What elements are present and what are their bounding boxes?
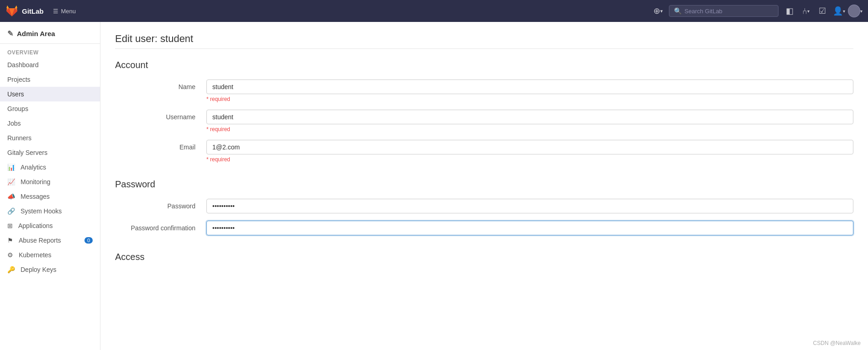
sidebar-item-label: Runners xyxy=(7,134,32,142)
password-field-row: Password xyxy=(115,199,853,213)
merge-request-icon-btn[interactable]: ⑃ ▾ xyxy=(799,4,813,18)
sidebar-item-system-hooks[interactable]: 🔗 System Hooks xyxy=(0,204,100,218)
sidebar-item-runners[interactable]: Runners xyxy=(0,131,100,145)
password-section: Password Password Password confirmation xyxy=(115,179,853,235)
search-input[interactable] xyxy=(684,8,773,15)
password-confirmation-input[interactable] xyxy=(206,221,853,235)
sidebar-item-label: System Hooks xyxy=(21,207,62,215)
name-hint: * required xyxy=(206,96,853,102)
applications-icon: ⊞ xyxy=(7,222,13,229)
avatar-btn[interactable]: ▾ xyxy=(848,4,863,18)
password-heading: Password xyxy=(115,179,853,190)
gitlab-logo-icon xyxy=(5,5,18,17)
main-layout: ✎ Admin Area Overview Dashboard Projects… xyxy=(0,22,868,350)
password-label: Password xyxy=(115,199,206,210)
brand-name: GitLab xyxy=(22,7,44,15)
sidebar-item-dashboard[interactable]: Dashboard xyxy=(0,58,100,72)
sidebar-item-groups[interactable]: Groups xyxy=(0,101,100,116)
password-input[interactable] xyxy=(206,199,853,213)
username-input[interactable] xyxy=(206,110,853,124)
password-confirmation-label: Password confirmation xyxy=(115,221,206,232)
sidebar-item-label: Messages xyxy=(21,193,50,200)
username-label: Username xyxy=(115,110,206,121)
top-navbar: GitLab ☰ Menu ⊕ ▾ 🔍 ◧ ⑃ ▾ ☑ 👤 ▾ ▾ xyxy=(0,0,868,22)
sidebar-item-label: Deploy Keys xyxy=(21,266,57,273)
sidebar-header: ✎ Admin Area xyxy=(0,22,100,44)
messages-icon: 📣 xyxy=(7,193,15,200)
sidebar-item-abuse-reports[interactable]: ⚑ Abuse Reports 0 xyxy=(0,233,100,248)
email-field-row: Email * required xyxy=(115,140,853,163)
account-section: Account Name * required Username * requi… xyxy=(115,60,853,163)
sidebar-section-overview: Overview xyxy=(0,44,100,58)
access-heading: Access xyxy=(115,252,853,262)
page-title: Edit user: student xyxy=(115,33,853,45)
sidebar-item-label: Analytics xyxy=(21,164,46,171)
name-input[interactable] xyxy=(206,80,853,94)
sidebar-item-label: Groups xyxy=(7,105,28,112)
sidebar-item-applications[interactable]: ⊞ Applications xyxy=(0,218,100,233)
account-heading: Account xyxy=(115,60,853,70)
system-hooks-icon: 🔗 xyxy=(7,207,15,215)
sidebar-item-label: Jobs xyxy=(7,120,21,127)
abuse-reports-icon: ⚑ xyxy=(7,237,13,244)
password-control-wrap xyxy=(206,199,853,213)
watermark: CSDN @NeaWalke xyxy=(813,340,861,346)
sidebar-item-users[interactable]: Users xyxy=(0,87,100,101)
sidebar-item-label: Applications xyxy=(18,222,53,229)
analytics-icon: 📊 xyxy=(7,164,15,171)
sidebar-item-messages[interactable]: 📣 Messages xyxy=(0,189,100,204)
sidebar-item-jobs[interactable]: Jobs xyxy=(0,116,100,131)
email-hint: * required xyxy=(206,156,853,163)
sidebar-item-label: Dashboard xyxy=(7,61,39,69)
sidebar-item-deploy-keys[interactable]: 🔑 Deploy Keys xyxy=(0,262,100,277)
sidebar: ✎ Admin Area Overview Dashboard Projects… xyxy=(0,22,100,350)
sidebar-header-title: Admin Area xyxy=(17,30,55,37)
sidebar-item-label: Kubernetes xyxy=(19,251,52,259)
title-divider xyxy=(115,48,853,49)
email-label: Email xyxy=(115,140,206,151)
profile-icon-btn[interactable]: ◧ xyxy=(782,4,797,18)
email-input[interactable] xyxy=(206,140,853,154)
deploy-keys-icon: 🔑 xyxy=(7,266,15,273)
search-bar[interactable]: 🔍 xyxy=(669,5,779,17)
main-content: Edit user: student Account Name * requir… xyxy=(100,22,868,350)
sidebar-item-monitoring[interactable]: 📈 Monitoring xyxy=(0,175,100,189)
abuse-reports-badge: 0 xyxy=(84,237,93,244)
hamburger-icon: ☰ xyxy=(53,8,58,15)
password-confirmation-field-row: Password confirmation xyxy=(115,221,853,235)
sidebar-item-gitaly-servers[interactable]: Gitaly Servers xyxy=(0,145,100,160)
password-confirmation-control-wrap xyxy=(206,221,853,235)
username-hint: * required xyxy=(206,126,853,133)
kubernetes-icon: ⚙ xyxy=(7,251,13,259)
search-icon: 🔍 xyxy=(674,7,682,15)
sidebar-item-label: Users xyxy=(7,90,24,98)
sidebar-item-label: Abuse Reports xyxy=(19,237,61,244)
menu-button[interactable]: ☰ Menu xyxy=(49,6,80,16)
sidebar-item-label: Monitoring xyxy=(21,178,50,186)
avatar xyxy=(848,5,860,17)
sidebar-item-label: Gitaly Servers xyxy=(7,149,47,156)
admin-area-icon: ✎ xyxy=(7,29,13,38)
username-field-row: Username * required xyxy=(115,110,853,133)
sidebar-item-analytics[interactable]: 📊 Analytics xyxy=(0,160,100,175)
sidebar-item-label: Projects xyxy=(7,76,31,83)
plus-dropdown-button[interactable]: ⊕ ▾ xyxy=(651,4,665,18)
navbar-actions: ◧ ⑃ ▾ ☑ 👤 ▾ ▾ xyxy=(782,4,863,18)
username-control-wrap: * required xyxy=(206,110,853,133)
access-section: Access xyxy=(115,252,853,262)
email-control-wrap: * required xyxy=(206,140,853,163)
name-field-row: Name * required xyxy=(115,80,853,102)
name-label: Name xyxy=(115,80,206,90)
menu-label: Menu xyxy=(61,8,76,15)
name-control-wrap: * required xyxy=(206,80,853,102)
monitoring-icon: 📈 xyxy=(7,178,15,186)
brand-logo[interactable]: GitLab xyxy=(5,5,44,17)
sidebar-item-projects[interactable]: Projects xyxy=(0,72,100,87)
user-menu-btn[interactable]: 👤 ▾ xyxy=(831,4,846,18)
sidebar-item-kubernetes[interactable]: ⚙ Kubernetes xyxy=(0,248,100,262)
todo-icon-btn[interactable]: ☑ xyxy=(815,4,830,18)
